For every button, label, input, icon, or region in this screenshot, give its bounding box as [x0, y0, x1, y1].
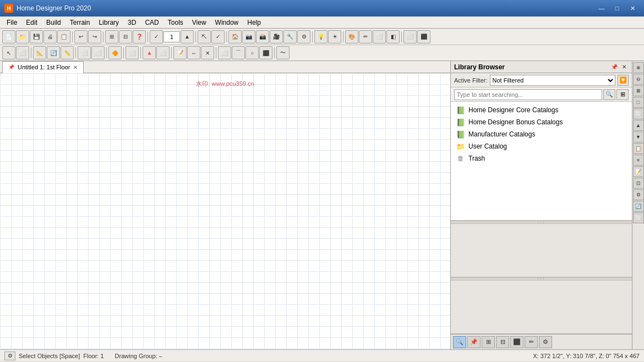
drawing-canvas[interactable]: 水印: www.pcu359.cn [0, 73, 450, 349]
rt-fit[interactable]: ⊠ [633, 85, 644, 96]
tb2-dim[interactable]: ↔ [187, 46, 200, 59]
tb-check2[interactable]: ✓ [211, 30, 225, 43]
lib-tb-view1[interactable]: ⊞ [482, 336, 495, 348]
menu-tools[interactable]: Tools [163, 18, 188, 28]
rt-floor-up[interactable]: ▲ [633, 120, 644, 131]
tb-light[interactable]: 💡 [314, 30, 328, 43]
tb-walkcam[interactable]: 🎥 [270, 30, 283, 43]
rt-rotate[interactable]: 🔄 [633, 201, 644, 212]
tb2-select[interactable]: ↖ [2, 46, 15, 59]
library-pin-button[interactable]: 📌 [610, 63, 619, 72]
lib-tb-settings[interactable]: ⚙ [539, 336, 552, 348]
menu-library[interactable]: Library [94, 18, 123, 28]
tb-house[interactable]: 🏠 [228, 30, 242, 43]
maximize-button[interactable]: □ [610, 3, 624, 14]
lib-tb-pin[interactable]: 📌 [467, 336, 481, 348]
tb-undo[interactable]: ↩ [74, 30, 88, 43]
close-button[interactable]: ✕ [625, 3, 640, 14]
menu-build[interactable]: Build [42, 18, 66, 28]
menu-help[interactable]: Help [243, 18, 265, 28]
minimize-button[interactable]: — [594, 3, 609, 14]
filter-button[interactable]: 🔽 [618, 75, 629, 86]
tree-item-trash[interactable]: 🗑 Trash [451, 152, 632, 164]
lib-tb-view3[interactable]: ⬛ [510, 336, 523, 348]
menu-edit[interactable]: Edit [21, 18, 42, 28]
tb2-arc[interactable]: ⌒ [232, 46, 245, 59]
rt-snap[interactable]: ⊡ [633, 178, 644, 189]
rt-plan[interactable]: 📋 [633, 143, 644, 154]
menu-3d[interactable]: 3D [123, 18, 140, 28]
lib-tb-search[interactable]: 🔍 [453, 336, 466, 348]
canvas-tab-close[interactable]: ✕ [73, 64, 78, 70]
tb-snap[interactable]: ⊟ [119, 30, 132, 43]
tree-item-core-catalogs[interactable]: 📗 Home Designer Core Catalogs [451, 104, 632, 116]
tb2-roof2[interactable]: ⬜ [156, 46, 170, 59]
tb2-fill[interactable]: ⬛ [259, 46, 272, 59]
tb2-roof[interactable]: 🔺 [143, 46, 156, 59]
tb2-door[interactable]: 🔶 [108, 46, 122, 59]
tb2-wall3[interactable]: 📏 [61, 46, 74, 59]
tb-render[interactable]: 🔧 [283, 30, 297, 43]
library-search-input[interactable] [454, 89, 602, 100]
rt-zoom-out[interactable]: ⊖ [633, 74, 644, 85]
rt-anno[interactable]: 📝 [633, 166, 644, 177]
tb2-stairs[interactable]: ⬜ [78, 46, 91, 59]
advanced-search-button[interactable]: ⊞ [616, 89, 629, 100]
tb-save[interactable]: 💾 [30, 30, 43, 43]
menu-file[interactable]: File [2, 18, 21, 28]
tree-item-bonus-catalogs[interactable]: 📗 Home Designer Bonus Catalogs [451, 116, 632, 128]
menu-cad[interactable]: CAD [140, 18, 163, 28]
tb-new[interactable]: 📄 [2, 30, 15, 43]
tb-open[interactable]: 📁 [16, 30, 29, 43]
rt-zoom-in[interactable]: ⊕ [633, 62, 644, 73]
tb2-wall[interactable]: 📐 [33, 46, 46, 59]
menu-window[interactable]: Window [211, 18, 243, 28]
library-close-button[interactable]: ✕ [620, 63, 629, 72]
tb-cam2[interactable]: 📸 [256, 30, 269, 43]
tb-sun[interactable]: ☀ [328, 30, 341, 43]
tb-redo[interactable]: ↪ [88, 30, 101, 43]
filter-select[interactable]: Not Filtered Favorites Recent [490, 75, 615, 86]
tb-mat4[interactable]: ◧ [386, 30, 400, 43]
tb-up[interactable]: ▲ [181, 30, 194, 43]
status-gear-icon[interactable]: ⚙ [4, 352, 15, 360]
canvas-tab-item[interactable]: 📌 Untitled 1: 1st Floor ✕ [2, 61, 84, 73]
tree-item-user-catalog[interactable]: 📁 User Catalog [451, 140, 632, 152]
tb2-line[interactable]: ⬜ [218, 46, 231, 59]
tree-item-manufacturer-catalogs[interactable]: 📗 Manufacturer Catalogs [451, 128, 632, 140]
lib-tb-view2[interactable]: ⊟ [496, 336, 509, 348]
rt-misc[interactable]: ⬜ [633, 212, 644, 223]
rt-layer[interactable]: ≡ [633, 155, 644, 166]
tb-print[interactable]: 🖨 [43, 30, 57, 43]
tb-select[interactable]: ⛏ [198, 30, 211, 43]
tb-mat2[interactable]: ✏ [359, 30, 372, 43]
tb2-circle[interactable]: ○ [245, 46, 259, 59]
tb-help[interactable]: ❓ [133, 30, 146, 43]
tb-material[interactable]: 🎨 [345, 30, 358, 43]
tb2-rooms[interactable]: ⬜ [16, 46, 29, 59]
rt-view2[interactable]: ⬜ [633, 108, 644, 119]
tb2-dim2[interactable]: ✕ [201, 46, 214, 59]
tb-check[interactable]: ✓ [150, 30, 163, 43]
tb-mat3[interactable]: ⬜ [373, 30, 386, 43]
tb2-wave[interactable]: 〜 [276, 46, 290, 59]
menu-terrain[interactable]: Terrain [66, 18, 95, 28]
rt-view1[interactable]: □ [633, 97, 644, 108]
tb-grid[interactable]: ⊞ [105, 30, 118, 43]
tb-template[interactable]: 📋 [57, 30, 70, 43]
lib-tb-edit[interactable]: ✏ [525, 336, 538, 348]
tb-floorplan2[interactable]: ⬛ [417, 30, 430, 43]
rt-props[interactable]: ⚙ [633, 189, 644, 200]
tb-camera[interactable]: 📷 [242, 30, 255, 43]
tb2-text[interactable]: 📝 [173, 46, 187, 59]
search-button[interactable]: 🔍 [603, 89, 615, 100]
tb2-wall2[interactable]: 🔄 [47, 46, 60, 59]
tb-render2[interactable]: ⚙ [297, 30, 310, 43]
menu-view[interactable]: View [188, 18, 211, 28]
tb2-window[interactable]: ⬜ [125, 46, 139, 59]
canvas-tab-pin[interactable]: 📌 [8, 64, 14, 70]
tb-floorplan1[interactable]: ⬜ [403, 30, 417, 43]
tb-counter[interactable] [163, 31, 180, 42]
tb2-railing[interactable]: ⬜ [91, 46, 105, 59]
rt-floor-dn[interactable]: ▼ [633, 131, 644, 142]
